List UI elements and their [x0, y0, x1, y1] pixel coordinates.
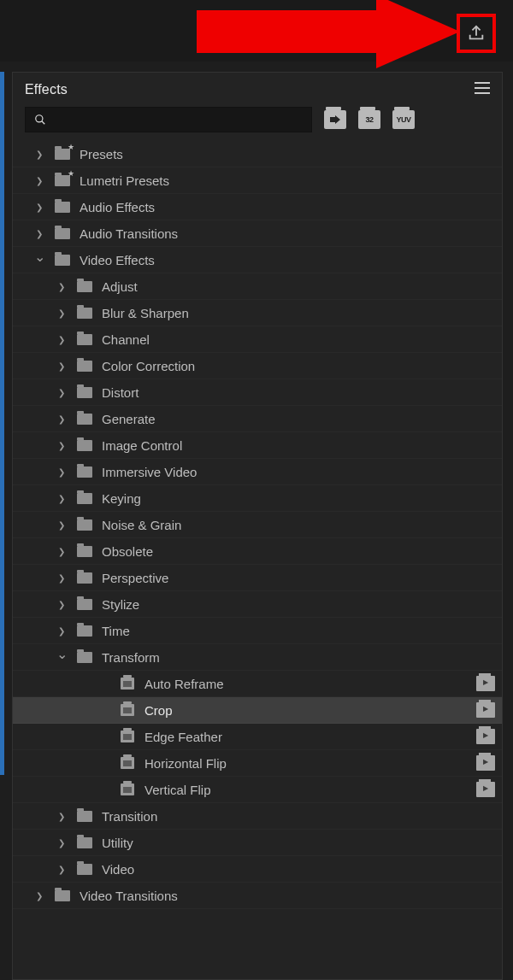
- tree-item[interactable]: Edge Feather: [13, 724, 502, 750]
- chevron-right-icon[interactable]: [56, 572, 68, 584]
- tree-item-label: Perspective: [102, 571, 168, 585]
- tree-item[interactable]: Utility: [13, 830, 502, 856]
- tree-item[interactable]: Auto Reframe: [13, 671, 502, 697]
- accelerated-badge-icon: [476, 702, 495, 718]
- tree-item-label: Crop: [144, 703, 173, 718]
- tree-item[interactable]: Audio Transitions: [13, 220, 502, 247]
- folder-icon: [74, 308, 95, 319]
- tree-item-label: Video: [102, 862, 134, 877]
- chevron-right-icon[interactable]: [33, 889, 45, 901]
- folder-icon: [74, 652, 95, 663]
- tree-item-label: Blur & Sharpen: [102, 306, 189, 320]
- panel-title: Effects: [25, 82, 68, 97]
- effect-icon: [117, 731, 138, 742]
- chevron-right-icon[interactable]: [33, 174, 45, 186]
- yuv-label: YUV: [396, 115, 410, 124]
- folder-icon: [74, 387, 95, 398]
- tree-item-label: Channel: [102, 332, 150, 347]
- folder-icon: [74, 519, 95, 531]
- tree-item[interactable]: Crop: [13, 697, 502, 724]
- tree-item-label: Edge Feather: [144, 730, 222, 744]
- tree-item[interactable]: Audio Effects: [13, 194, 502, 220]
- chevron-right-icon[interactable]: [56, 545, 68, 557]
- chevron-right-icon[interactable]: [56, 863, 68, 875]
- 32bit-filter[interactable]: 32: [358, 110, 380, 129]
- tree-item[interactable]: Transition: [13, 803, 502, 830]
- preset-folder-icon: [52, 149, 73, 160]
- folder-icon: [74, 546, 95, 557]
- tree-item-label: Lumetri Presets: [80, 173, 169, 188]
- accelerated-badge-icon: [476, 782, 495, 797]
- chevron-right-icon[interactable]: [33, 148, 45, 160]
- tree-item[interactable]: Channel: [13, 326, 502, 353]
- chevron-right-icon[interactable]: [56, 492, 68, 504]
- tree-item[interactable]: Lumetri Presets: [13, 167, 502, 194]
- chevron-right-icon[interactable]: [56, 360, 68, 372]
- chevron-right-icon[interactable]: [56, 625, 68, 637]
- folder-icon: [74, 361, 95, 372]
- tree-item[interactable]: Presets: [13, 141, 502, 167]
- tree-item[interactable]: Time: [13, 618, 502, 644]
- tree-item-label: Video Transitions: [80, 889, 178, 903]
- chevron-right-icon[interactable]: [56, 598, 68, 610]
- tree-item-label: Stylize: [102, 597, 139, 612]
- 32bit-label: 32: [365, 115, 373, 124]
- effect-icon: [117, 678, 138, 690]
- folder-icon: [52, 228, 73, 239]
- chevron-down-icon[interactable]: [33, 252, 45, 268]
- chevron-right-icon[interactable]: [56, 466, 68, 478]
- tree-item[interactable]: Video: [13, 856, 502, 883]
- tree-item[interactable]: Generate: [13, 406, 502, 432]
- tree-item[interactable]: Blur & Sharpen: [13, 300, 502, 326]
- tree-item[interactable]: Image Control: [13, 432, 502, 459]
- tree-item[interactable]: Video Effects: [13, 247, 502, 273]
- panel-menu-button[interactable]: [475, 82, 490, 97]
- svg-marker-3: [330, 115, 340, 124]
- chevron-right-icon[interactable]: [56, 333, 68, 345]
- accelerated-effects-filter[interactable]: [324, 110, 346, 129]
- tree-item-label: Utility: [102, 836, 133, 850]
- chevron-down-icon[interactable]: [56, 649, 68, 666]
- tree-item-label: Audio Transitions: [80, 226, 178, 241]
- svg-point-1: [36, 115, 43, 122]
- annotation-arrow: [197, 0, 460, 68]
- tree-item[interactable]: Noise & Grain: [13, 512, 502, 538]
- tree-item[interactable]: Stylize: [13, 591, 502, 618]
- tree-item[interactable]: Distort: [13, 379, 502, 406]
- tree-item[interactable]: Keying: [13, 485, 502, 512]
- tree-item[interactable]: Perspective: [13, 565, 502, 591]
- chevron-right-icon[interactable]: [56, 386, 68, 398]
- tree-item-label: Immersive Video: [102, 465, 197, 479]
- chevron-right-icon[interactable]: [56, 810, 68, 822]
- folder-icon: [74, 414, 95, 425]
- chevron-right-icon[interactable]: [56, 413, 68, 425]
- panel-active-indicator: [0, 72, 4, 775]
- chevron-right-icon[interactable]: [56, 836, 68, 848]
- tree-item[interactable]: Obsolete: [13, 538, 502, 565]
- tree-item-label: Distort: [102, 385, 139, 400]
- search-input[interactable]: [25, 107, 312, 132]
- chevron-right-icon[interactable]: [33, 227, 45, 239]
- accelerated-badge-icon: [476, 729, 495, 744]
- export-button[interactable]: [457, 14, 496, 53]
- tree-item[interactable]: Color Correction: [13, 353, 502, 379]
- chevron-right-icon[interactable]: [56, 519, 68, 531]
- tree-item[interactable]: Adjust: [13, 273, 502, 300]
- chevron-right-icon[interactable]: [56, 280, 68, 292]
- search-icon: [34, 114, 46, 126]
- folder-icon: [74, 467, 95, 478]
- tree-item[interactable]: Video Transitions: [13, 883, 502, 909]
- tree-item[interactable]: Immersive Video: [13, 459, 502, 485]
- chevron-right-icon[interactable]: [33, 201, 45, 213]
- effects-panel: Effects 32 YUV PresetsLumetri PresetsAud…: [12, 72, 503, 980]
- folder-icon: [52, 890, 73, 901]
- yuv-filter[interactable]: YUV: [392, 110, 415, 129]
- tree-item[interactable]: Transform: [13, 644, 502, 671]
- tree-item-label: Transition: [102, 809, 157, 824]
- folder-icon: [74, 625, 95, 637]
- tree-item[interactable]: Horizontal Flip: [13, 750, 502, 777]
- chevron-right-icon[interactable]: [56, 439, 68, 451]
- preset-folder-icon: [52, 175, 73, 186]
- chevron-right-icon[interactable]: [56, 307, 68, 319]
- tree-item[interactable]: Vertical Flip: [13, 777, 502, 803]
